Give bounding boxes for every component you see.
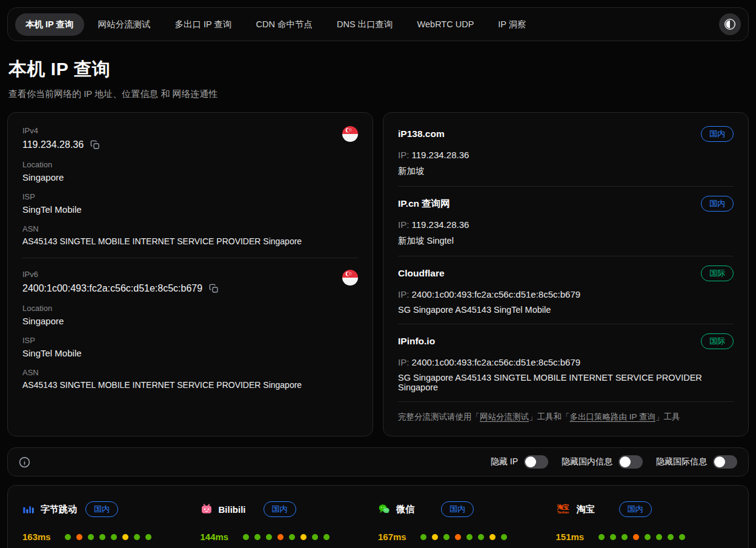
tab-webrtc-udp[interactable]: WebRTC UDP [407,14,485,35]
ip-source-entry: IPinfo.io国际IP: 2400:1c00:493:fc2a:c56c:d… [398,333,734,392]
source-ip-line: IP: 119.234.28.36 [398,150,734,160]
singapore-flag-icon [342,270,358,286]
latency-dots [65,534,151,540]
local-ip-card: IPv4119.234.28.36LocationSingaporeISPSin… [7,112,373,436]
link-site-split-test[interactable]: 网站分流测试 [480,412,529,421]
ip-label: IP: [398,289,412,299]
latency-dot [277,534,284,540]
field-value: AS45143 SINGTEL MOBILE INTERNET SERVICE … [22,236,358,246]
theme-toggle-button[interactable] [719,13,741,35]
tab-local-ip-query[interactable]: 本机 IP 查询 [15,13,84,36]
toggle-hide-international-info-group: 隐藏国际信息 [656,455,737,469]
toggle-hide-domestic-info[interactable] [618,455,643,469]
location-field: LocationSingapore [22,160,358,182]
scope-badge: 国内 [701,126,734,142]
latency-dot [122,534,128,540]
divider [398,256,734,256]
latency-value: 144ms [201,532,232,542]
divider [398,324,734,324]
page-root: 本机 IP 查询网站分流测试多出口 IP 查询CDN 命中节点DNS 出口查询W… [0,0,756,548]
footer-text: 」工具 [655,412,680,421]
connectivity-item-header: 淘宝Taobao淘宝国内 [556,501,734,517]
latency-dot [99,534,105,540]
connectivity-grid: 字节跳动国内163msBilibili国内144ms微信国内167ms淘宝Tao… [22,501,734,548]
latency-dots [420,534,507,540]
privacy-toolbar: 隐藏 IP隐藏国内信息隐藏国际信息 [7,447,749,476]
toggle-label: 隐藏 IP [491,456,518,467]
ip-section-header: IPv4119.234.28.36 [22,126,358,150]
ip-version-label: IPv6 [22,270,219,279]
source-ip-value: 119.234.28.36 [412,219,469,230]
location-field: LocationSingapore [22,304,358,326]
connectivity-item-header: Bilibili国内 [201,501,379,517]
latency-dot [254,534,260,540]
ip-sources-card: iP138.com国内IP: 119.234.28.36新加坡IP.cn 查询网… [383,112,749,436]
latency-row: 144ms [201,532,379,542]
ip-address-value: 2400:1c00:493:fc2a:c56c:d51e:8c5c:b679 [22,283,202,294]
service-name-group: 字节跳动 [22,503,85,515]
scope-badge: 国际 [701,266,734,281]
ip-cards-row: IPv4119.234.28.36LocationSingaporeISPSin… [7,112,749,436]
page-header: 本机 IP 查询 查看你当前网络的 IP 地址、位置信息 和 网络连通性 [7,41,749,100]
latency-dot [455,534,461,540]
source-name: iP138.com [398,129,445,139]
tab-dns-exit-query[interactable]: DNS 出口查询 [327,13,403,36]
service-name: 微信 [396,504,414,515]
source-header: IP.cn 查询网国内 [398,196,734,212]
service-name: 淘宝 [577,504,595,515]
latency-dots [243,534,330,540]
source-header: IPinfo.io国际 [398,333,734,349]
link-multi-exit-route-query[interactable]: 多出口策略路由 IP 查询 [570,412,656,421]
latency-dot [645,534,651,540]
source-detail: SG Singapore AS45143 SingTel Mobile [398,305,734,315]
latency-dot [145,534,151,540]
toggle-hide-ip[interactable] [524,455,548,469]
latency-dots [598,534,685,540]
ip-label: IP: [398,357,412,367]
ip-sources-list: iP138.com国内IP: 119.234.28.36新加坡IP.cn 查询网… [398,126,734,392]
latency-value: 163ms [22,532,54,542]
field-label: Location [22,160,358,169]
tab-multi-exit-ip-query[interactable]: 多出口 IP 查询 [165,13,242,36]
divider [398,186,734,187]
source-header: Cloudflare国际 [398,266,734,281]
source-ip-value: 2400:1c00:493:fc2a:c56c:d51e:8c5c:b679 [412,357,581,367]
latency-dot [633,534,639,540]
toggle-hide-international-info[interactable] [713,455,737,469]
toggle-label: 隐藏国际信息 [656,456,707,467]
field-label: ISP [22,336,358,345]
scope-badge: 国内 [619,501,652,517]
source-ip-line: IP: 2400:1c00:493:fc2a:c56c:d51e:8c5c:b6… [398,357,734,367]
tab-cdn-hit-node[interactable]: CDN 命中节点 [246,13,323,36]
ip-value-block: IPv62400:1c00:493:fc2a:c56c:d51e:8c5c:b6… [22,270,219,294]
tab-ip-insight[interactable]: IP 洞察 [488,13,536,36]
ip-source-entry: Cloudflare国际IP: 2400:1c00:493:fc2a:c56c:… [398,266,734,315]
ip-line: 2400:1c00:493:fc2a:c56c:d51e:8c5c:b679 [22,283,219,294]
taobao-icon: 淘宝Taobao [556,504,571,515]
latency-dot [76,534,82,540]
singapore-flag-icon [342,126,358,142]
copy-icon[interactable] [90,140,100,150]
latency-dot [300,534,307,540]
latency-dot [312,534,318,540]
connectivity-card: 字节跳动国内163msBilibili国内144ms微信国内167ms淘宝Tao… [7,485,749,548]
source-ip-line: IP: 119.234.28.36 [398,219,734,230]
service-name-group: Bilibili [201,503,264,515]
source-detail: 新加坡 [398,165,734,177]
privacy-toggles: 隐藏 IP隐藏国内信息隐藏国际信息 [477,455,737,469]
latency-dot [668,534,674,540]
latency-row: 151ms [556,532,734,542]
copy-icon[interactable] [209,284,219,293]
latency-dot [501,534,507,540]
latency-dot [111,534,117,540]
latency-dot [432,534,438,540]
latency-dot [323,534,330,540]
service-name-group: 微信 [378,503,441,515]
latency-dot [679,534,685,540]
source-ip-line: IP: 2400:1c00:493:fc2a:c56c:d51e:8c5c:b6… [398,289,734,299]
bytedance-icon [22,503,35,515]
source-detail: SG Singapore AS45143 SINGTEL MOBILE INTE… [398,373,734,392]
latency-dot [466,534,472,540]
tab-site-split-test[interactable]: 网站分流测试 [88,13,161,36]
info-icon[interactable] [19,456,30,468]
